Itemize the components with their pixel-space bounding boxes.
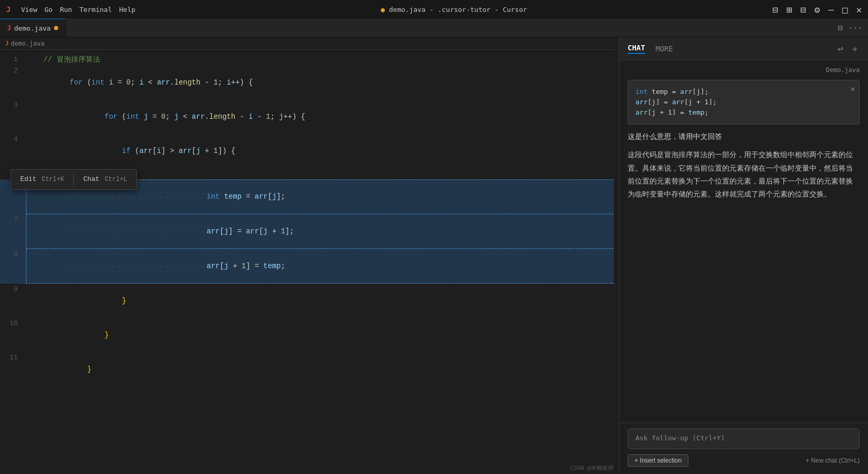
- window-controls: ⊟ ⊞ ⊟ ⚙ — □ ✕: [772, 4, 862, 15]
- menu-go[interactable]: Go: [45, 6, 53, 13]
- unsaved-indicator: [54, 26, 58, 30]
- code-line-3: 3 for (int j = 0; j < arr.length - i - 1…: [0, 100, 619, 134]
- code-line-7: 7 · · · · · · · · · · · · · · · · · · · …: [0, 214, 619, 249]
- chat-input[interactable]: Ask follow-up (Ctrl+Y): [628, 428, 860, 449]
- line-content-11: }: [26, 352, 619, 386]
- close-button[interactable]: ✕: [856, 4, 862, 15]
- line-number-4: 4: [0, 134, 26, 145]
- app-logo: J: [6, 5, 10, 13]
- edit-label: Edit: [20, 174, 36, 185]
- line-content-3: for (int j = 0; j < arr.length - i - 1; …: [26, 100, 619, 134]
- code-line-9: 9 }: [0, 284, 619, 318]
- code-line-4: 4 if (arr[i] > arr[j + 1]) {: [0, 134, 619, 168]
- context-menu: Edit Ctrl+K Chat Ctrl+L: [10, 169, 137, 190]
- code-block-line-1: int temp = arr[j];: [635, 87, 852, 97]
- minimize-button[interactable]: —: [828, 4, 834, 15]
- tab-demo-java[interactable]: J demo.java: [0, 19, 66, 37]
- line-content-9: }: [26, 284, 619, 318]
- code-line-1: 1 // 冒泡排序算法: [0, 54, 619, 65]
- layout-icon-1[interactable]: ⊟: [772, 4, 778, 15]
- chat-body: Demo.java ✕ int temp = arr[j]; arr[j] = …: [619, 60, 868, 423]
- code-line-5: 5 Edit Ctrl+K Chat Ctrl+L: [0, 168, 619, 179]
- line-number-1: 1: [0, 54, 26, 65]
- ai-message: 这段代码是冒泡排序算法的一部分，用于交换数组中相邻两个元素的位置。具体来说，它将…: [628, 148, 860, 201]
- line-content-2: for (int i = 0; i < arr.length - 1; i++)…: [26, 65, 619, 100]
- new-chat-button[interactable]: + New chat (Ctrl+L): [806, 457, 860, 464]
- context-edit-button[interactable]: Edit Ctrl+K: [11, 170, 73, 189]
- maximize-button[interactable]: □: [842, 4, 848, 15]
- menu-help[interactable]: Help: [119, 6, 135, 13]
- split-editor-icon[interactable]: ⊟: [837, 23, 843, 33]
- chat-code-block: ✕ int temp = arr[j]; arr[j] = arr[j + 1]…: [628, 80, 860, 124]
- close-code-block-button[interactable]: ✕: [851, 83, 855, 94]
- tab-more[interactable]: MORE: [656, 45, 673, 53]
- breadcrumb: J demo.java: [0, 37, 619, 50]
- chat-shortcut: Ctrl+L: [105, 174, 127, 185]
- chat-panel: CHAT MORE ↩ ＋ Demo.java ✕ int temp = arr…: [619, 37, 868, 474]
- line-content-8: · · · · · · · · · · · · · · · · · · · · …: [26, 249, 619, 284]
- line-content-7: · · · · · · · · · · · · · · · · · · · · …: [26, 214, 619, 249]
- chat-header-actions: ↩ ＋: [837, 43, 860, 55]
- edit-shortcut: Ctrl+K: [42, 174, 64, 185]
- line-number-9: 9: [0, 284, 26, 295]
- line-number-7: 7: [0, 214, 26, 226]
- line-content-1: // 冒泡排序算法: [26, 54, 619, 65]
- line-number-8: 8: [0, 249, 26, 260]
- java-icon: J: [7, 24, 11, 32]
- menu-bar: View Go Run Terminal Help: [21, 6, 135, 13]
- line-number-3: 3: [0, 100, 26, 111]
- breadcrumb-filename: demo.java: [11, 40, 45, 47]
- code-block-line-2: arr[j] = arr[j + 1];: [635, 97, 852, 107]
- editor-area[interactable]: J demo.java 1 // 冒泡排序算法 2 for (int i = 0…: [0, 37, 619, 474]
- chat-label: Chat: [83, 174, 99, 185]
- layout-icon-2[interactable]: ⊞: [786, 4, 792, 15]
- editor-scrollbar[interactable]: [614, 37, 619, 474]
- titlebar: J View Go Run Terminal Help ● demo.java …: [0, 0, 868, 19]
- watermark: CSDN @米糊老师: [570, 464, 614, 472]
- code-line-8: 8 · · · · · · · · · · · · · · · · · · · …: [0, 249, 619, 284]
- line-number-2: 2: [0, 65, 26, 77]
- menu-run[interactable]: Run: [60, 6, 72, 13]
- tab-chat[interactable]: CHAT: [628, 44, 645, 54]
- code-block-line-3: arr[j + 1] = temp;: [635, 107, 852, 118]
- code-line-2: 2 for (int i = 0; i < arr.length - 1; i+…: [0, 65, 619, 100]
- insert-selection-button[interactable]: + Insert selection: [628, 454, 688, 467]
- unsaved-dot: ●: [381, 6, 385, 13]
- settings-icon[interactable]: ⚙: [815, 4, 820, 15]
- line-content-4: if (arr[i] > arr[j + 1]) {: [26, 134, 619, 168]
- context-chat-button[interactable]: Chat Ctrl+L: [74, 170, 136, 189]
- code-line-11: 11 }: [0, 352, 619, 386]
- more-actions-icon[interactable]: ···: [848, 23, 863, 33]
- line-content-10: }: [26, 318, 619, 352]
- chat-filename: Demo.java: [628, 66, 860, 74]
- code-editor[interactable]: 1 // 冒泡排序算法 2 for (int i = 0; i < arr.le…: [0, 50, 619, 391]
- new-chat-icon[interactable]: ＋: [850, 43, 860, 55]
- window-title: ● demo.java - .cursor-tutor - Cursor: [144, 6, 764, 13]
- chat-header: CHAT MORE ↩ ＋: [619, 37, 868, 60]
- line-number-10: 10: [0, 318, 26, 329]
- chat-footer-actions: + Insert selection + New chat (Ctrl+L): [628, 454, 860, 467]
- tab-label: demo.java: [14, 24, 50, 32]
- breadcrumb-icon: J: [5, 40, 9, 47]
- code-line-10: 10 }: [0, 318, 619, 352]
- main-layout: J demo.java 1 // 冒泡排序算法 2 for (int i = 0…: [0, 37, 868, 474]
- layout-icon-3[interactable]: ⊟: [801, 4, 806, 15]
- line-number-11: 11: [0, 352, 26, 364]
- menu-view[interactable]: View: [21, 6, 37, 13]
- user-message: 这是什么意思，请用中文回答: [628, 131, 860, 142]
- tab-bar: J demo.java ⊟ ···: [0, 19, 868, 37]
- history-icon[interactable]: ↩: [837, 43, 843, 54]
- chat-footer: Ask follow-up (Ctrl+Y) + Insert selectio…: [619, 423, 868, 474]
- menu-terminal[interactable]: Terminal: [79, 6, 112, 13]
- tab-actions: ⊟ ···: [832, 19, 868, 37]
